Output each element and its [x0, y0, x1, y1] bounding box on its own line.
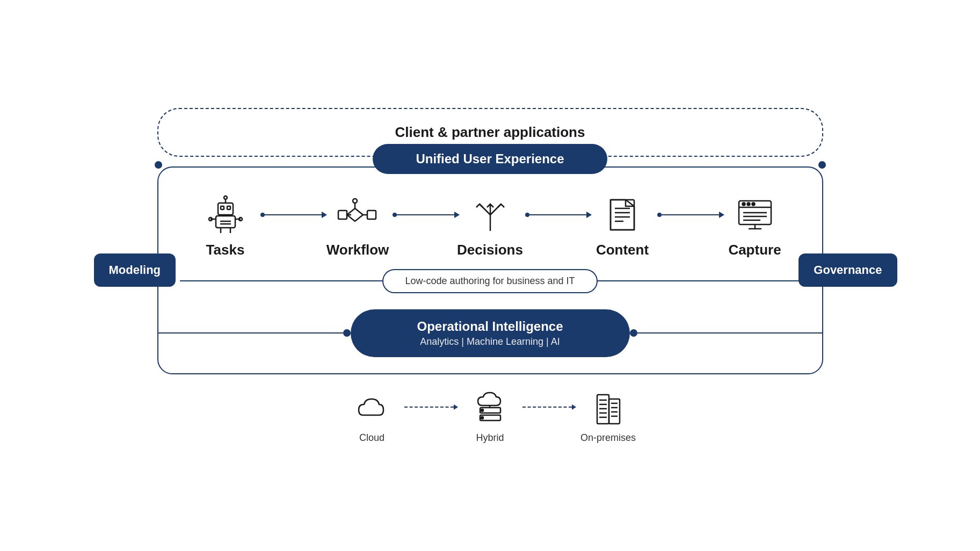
- workflow-label: Workflow: [326, 242, 389, 258]
- svg-rect-19: [367, 211, 376, 219]
- oi-dots-row: Operational Intelligence Analytics | Mac…: [158, 309, 822, 357]
- oi-bar: Operational Intelligence Analytics | Mac…: [351, 309, 630, 357]
- deploy-arrow-2: [572, 404, 576, 410]
- connector-workflow-decisions: [393, 214, 455, 215]
- connector-tasks-workflow: [260, 214, 323, 215]
- workflow-icon: [336, 193, 379, 236]
- cloud-icon: [353, 390, 391, 428]
- decisions-item: Decisions: [455, 193, 525, 258]
- content-item: Content: [587, 193, 657, 258]
- connector-line-4: [662, 214, 720, 215]
- client-box-title: Client & partner applications: [395, 124, 585, 140]
- svg-rect-4: [227, 206, 230, 209]
- oi-dot-left: [343, 329, 351, 337]
- oi-section: Operational Intelligence Analytics | Mac…: [158, 309, 822, 357]
- tasks-icon: [204, 193, 247, 236]
- oi-bar-title: Operational Intelligence: [394, 319, 587, 334]
- deploy-arrow-1: [454, 404, 458, 410]
- capture-item: Capture: [720, 193, 790, 258]
- svg-point-34: [742, 202, 745, 205]
- hybrid-item: Hybrid: [458, 390, 522, 444]
- decisions-label: Decisions: [457, 242, 523, 258]
- onprem-item: On-premises: [576, 390, 641, 444]
- connector-dot-4: [657, 213, 662, 217]
- svg-rect-3: [221, 206, 224, 209]
- content-label: Content: [596, 242, 649, 258]
- svg-rect-15: [338, 211, 347, 219]
- decisions-icon: [469, 193, 512, 236]
- connector-dot-2: [393, 213, 397, 217]
- lowcode-line-left: [180, 280, 383, 281]
- ux-dot-left: [155, 161, 162, 169]
- svg-point-44: [481, 409, 483, 411]
- capture-icon: [734, 193, 776, 236]
- diagram-container: Client & partner applications Modeling G…: [61, 108, 920, 444]
- oi-bar-subtitle: Analytics | Machine Learning | AI: [394, 336, 587, 347]
- connector-content-capture: [657, 214, 720, 215]
- content-icon: [601, 193, 644, 236]
- capture-label: Capture: [728, 242, 781, 258]
- svg-point-36: [752, 202, 754, 205]
- deploy-row: Cloud Hybrid: [340, 390, 641, 444]
- lowcode-badge: Low-code authoring for business and IT: [382, 269, 597, 293]
- connector-dot-3: [525, 213, 529, 217]
- svg-point-20: [353, 199, 357, 203]
- ux-dot-right: [818, 161, 826, 169]
- deploy-dash-1: [404, 407, 454, 408]
- cloud-label: Cloud: [359, 432, 384, 444]
- tasks-item: Tasks: [191, 193, 260, 258]
- connector-decisions-content: [525, 214, 588, 215]
- oi-dot-right: [630, 329, 637, 337]
- hybrid-icon: [471, 390, 509, 428]
- oi-line-left: [158, 332, 343, 334]
- oi-line-right: [637, 332, 822, 334]
- onprem-icon: [590, 390, 627, 428]
- deploy-dash-2: [522, 407, 572, 408]
- lowcode-row: Low-code authoring for business and IT: [158, 269, 822, 293]
- ux-bar: Unified User Experience: [373, 144, 607, 174]
- svg-point-45: [481, 417, 483, 419]
- connector-line-2: [397, 214, 455, 215]
- svg-point-2: [224, 196, 227, 199]
- lowcode-line-right: [598, 280, 801, 281]
- connector-dot-1: [260, 213, 265, 217]
- deploy-connector-2: [522, 404, 576, 410]
- icons-row: Tasks Workflow: [158, 193, 822, 258]
- cloud-item: Cloud: [340, 390, 404, 444]
- connector-line-3: [529, 214, 588, 215]
- connector-line-1: [265, 214, 323, 215]
- tasks-label: Tasks: [206, 242, 245, 258]
- hybrid-label: Hybrid: [476, 432, 504, 444]
- svg-point-35: [747, 202, 750, 205]
- main-section: Modeling Governance Unified User Experie…: [157, 166, 823, 374]
- workflow-item: Workflow: [323, 193, 393, 258]
- onprem-label: On-premises: [580, 432, 636, 444]
- deploy-connector-1: [404, 404, 458, 410]
- ux-bar-row: Unified User Experience: [158, 156, 822, 174]
